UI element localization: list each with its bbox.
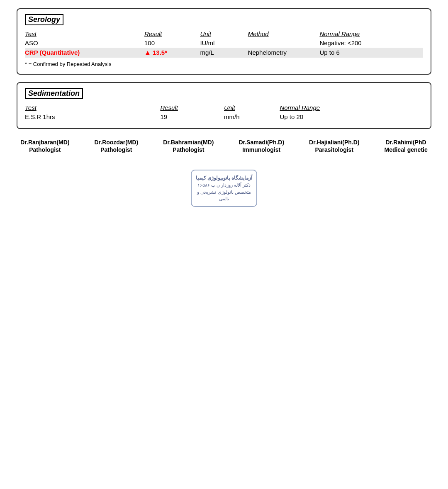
col-header-test: Test [25, 29, 144, 38]
sed-col-header-unit: Unit [224, 103, 280, 112]
stamp-line3: متخصص پاتولوژی تشریحی و بالینی [196, 189, 252, 202]
doctor-card: Dr.Rahimi(PhD Medical genetic [384, 139, 427, 153]
stamp-area: آزمایشگاه پاتوبیولوژی کیمیا دکتر آلاله ر… [17, 170, 431, 207]
table-row: ASO 100 IU/ml Negative: <200 [25, 38, 423, 48]
col-header-result: Result [144, 29, 200, 38]
doctor-name: Dr.Bahramian(MD) [163, 139, 214, 146]
result-cell: 19 [160, 112, 224, 122]
doctor-card: Dr.Samadi(Ph.D) Immunologist [239, 139, 284, 153]
doctor-name: Dr.Ranjbaran(MD) [20, 139, 69, 146]
unit-cell: mg/L [200, 48, 248, 58]
normal-cell: Negative: <200 [319, 38, 423, 48]
doctor-card: Dr.Ranjbaran(MD) Pathologist [20, 139, 69, 153]
method-cell [248, 38, 320, 48]
result-cell: 100 [144, 38, 200, 48]
crp-value: 13.5* [153, 49, 167, 56]
result-cell: ▲ 13.5* [144, 48, 200, 58]
method-cell: Nephelometry [248, 48, 320, 58]
stamp-line1: آزمایشگاه پاتوبیولوژی کیمیا [196, 174, 252, 182]
arrow-up-icon: ▲ [144, 49, 151, 56]
doctor-name: Dr.Samadi(Ph.D) [239, 139, 284, 146]
doctor-name: Dr.Rahimi(PhD [384, 139, 427, 146]
unit-cell: IU/ml [200, 38, 248, 48]
doctor-role: Medical genetic [384, 146, 427, 153]
doctor-name: Dr.Roozdar(MD) [94, 139, 138, 146]
serology-table: Test Result Unit Method Normal Range ASO… [25, 29, 423, 58]
test-cell: E.S.R 1hrs [25, 112, 160, 122]
serology-title: Serology [25, 14, 63, 25]
sed-col-header-result: Result [160, 103, 224, 112]
doctor-role: Pathologist [163, 146, 214, 153]
crp-label: CRP (Quantitative) [25, 49, 80, 56]
serology-section: Serology Test Result Unit Method Normal … [17, 8, 431, 75]
col-header-unit: Unit [200, 29, 248, 38]
test-cell: CRP (Quantitative) [25, 48, 144, 58]
doctors-section: Dr.Ranjbaran(MD) Pathologist Dr.Roozdar(… [17, 139, 431, 153]
sedimentation-title: Sedimentation [25, 88, 83, 99]
col-header-method: Method [248, 29, 320, 38]
stamp-line2: دکتر آلاله روزدار ن.پ ۱۶۵۸۶ [197, 182, 251, 189]
normal-cell: Up to 6 [319, 48, 423, 58]
sedimentation-table: Test Result Unit Normal Range E.S.R 1hrs… [25, 103, 423, 122]
test-cell: ASO [25, 38, 144, 48]
doctor-role: Pathologist [20, 146, 69, 153]
serology-footnote: * = Confirmed by Repeated Analysis [25, 61, 423, 67]
sed-col-header-test: Test [25, 103, 160, 112]
table-row: CRP (Quantitative) ▲ 13.5* mg/L Nephelom… [25, 48, 423, 58]
doctor-role: Parasitologist [309, 146, 359, 153]
lab-stamp: آزمایشگاه پاتوبیولوژی کیمیا دکتر آلاله ر… [191, 170, 257, 207]
doctor-card: Dr.Roozdar(MD) Pathologist [94, 139, 138, 153]
unit-cell: mm/h [224, 112, 280, 122]
doctor-card: Dr.Bahramian(MD) Pathologist [163, 139, 214, 153]
sedimentation-section: Sedimentation Test Result Unit Normal Ra… [17, 82, 431, 129]
col-header-normal: Normal Range [319, 29, 423, 38]
table-row: E.S.R 1hrs 19 mm/h Up to 20 [25, 112, 423, 122]
doctor-role: Immunologist [239, 146, 284, 153]
doctor-role: Pathologist [94, 146, 138, 153]
sed-col-header-normal: Normal Range [280, 103, 423, 112]
doctor-card: Dr.Hajialiani(Ph.D) Parasitologist [309, 139, 359, 153]
doctor-name: Dr.Hajialiani(Ph.D) [309, 139, 359, 146]
normal-cell: Up to 20 [280, 112, 423, 122]
